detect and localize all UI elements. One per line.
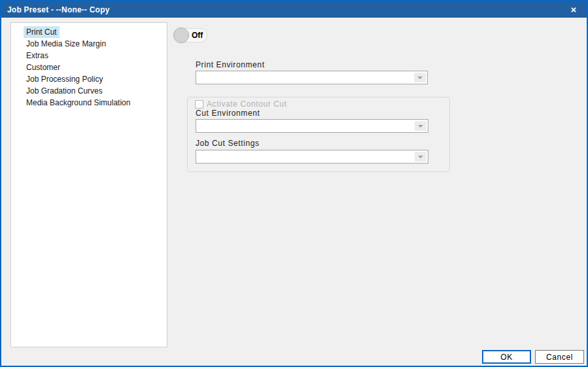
toggle-state-label: Off: [192, 29, 203, 42]
sidebar-item-label: Customer: [24, 61, 63, 73]
cut-environment-select[interactable]: [196, 119, 428, 133]
job-cut-settings-select[interactable]: [196, 150, 428, 164]
print-environment-label: Print Environment: [196, 60, 265, 69]
chevron-down-icon[interactable]: [415, 152, 426, 162]
activate-contour-cut-label: Activate Contour Cut: [207, 99, 287, 109]
chevron-down-icon[interactable]: [414, 73, 426, 82]
sidebar-item-job-gradation-curves[interactable]: Job Gradation Curves: [11, 85, 167, 97]
print-cut-toggle[interactable]: Off: [173, 28, 207, 43]
sidebar-item-job-media-size-margin[interactable]: Job Media Size Margin: [11, 38, 167, 50]
dialog-title: Job Preset - --None-- Copy: [1, 5, 110, 14]
sidebar-item-label: Media Background Simulation: [24, 97, 133, 109]
chevron-down-icon[interactable]: [415, 121, 426, 131]
print-environment-select[interactable]: [196, 71, 428, 84]
sidebar-item-media-background-simulation[interactable]: Media Background Simulation: [11, 97, 167, 109]
sidebar-item-job-processing-policy[interactable]: Job Processing Policy: [11, 73, 167, 85]
activate-contour-cut-checkbox[interactable]: [195, 100, 203, 109]
titlebar: Job Preset - --None-- Copy ×: [1, 1, 587, 18]
sidebar-item-label: Job Gradation Curves: [24, 85, 105, 97]
sidebar-item-label: Print Cut: [24, 26, 60, 38]
sidebar-item-label: Extras: [24, 50, 51, 61]
cancel-button[interactable]: Cancel: [535, 350, 584, 364]
job-preset-dialog: Job Preset - --None-- Copy × Print Cut J…: [0, 0, 588, 367]
job-cut-settings-label: Job Cut Settings: [196, 139, 260, 148]
toggle-knob-icon: [173, 27, 189, 43]
activate-contour-cut-row[interactable]: Activate Contour Cut: [195, 99, 287, 109]
cut-environment-label: Cut Environment: [196, 109, 260, 118]
ok-button[interactable]: OK: [482, 350, 531, 364]
sidebar-item-extras[interactable]: Extras: [11, 50, 167, 61]
sidebar-item-customer[interactable]: Customer: [11, 61, 167, 73]
sidebar-item-label: Job Processing Policy: [24, 73, 105, 85]
sidebar-item-label: Job Media Size Margin: [24, 38, 109, 50]
category-list: Print Cut Job Media Size Margin Extras C…: [10, 22, 167, 347]
close-icon[interactable]: ×: [564, 1, 583, 18]
sidebar-item-print-cut[interactable]: Print Cut: [11, 26, 167, 38]
contour-cut-group: Activate Contour Cut Cut Environment Job…: [187, 97, 450, 172]
